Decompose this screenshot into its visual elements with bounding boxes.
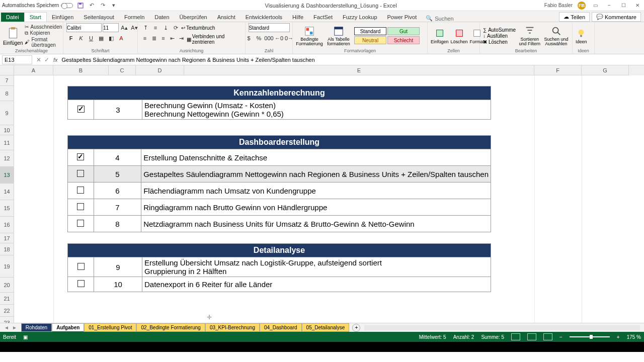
fill-button[interactable]: ↓Ausfüllen [483,33,516,39]
row-header[interactable]: 23 [0,317,14,323]
dec-dec-icon[interactable]: 0→ [285,34,294,43]
checkbox[interactable] [77,220,84,227]
font-color-button[interactable]: A [117,34,126,43]
sheet-tab-03[interactable]: 03_KPI-Berechnung [205,323,260,332]
comments-button[interactable]: 💬Kommentare [592,12,641,22]
tab-start[interactable]: Start [24,12,47,22]
task-text[interactable]: Gestapeltes Säulendiagramm Nettogewinn n… [141,166,491,183]
col-header-a[interactable]: A [14,65,53,75]
border-button[interactable]: ▦ [97,34,106,43]
checkbox[interactable] [77,263,85,270]
tab-fuzzy[interactable]: Fuzzy Lookup [338,13,382,22]
row-header[interactable]: 7 [0,75,14,86]
bold-button[interactable]: F [66,34,75,43]
tab-insert[interactable]: Einfügen [47,13,78,22]
tab-pagelayout[interactable]: Seitenlayout [78,13,119,22]
row-header[interactable]: 10 [0,125,14,135]
user-name[interactable]: Fabio Basler [544,3,573,8]
avatar[interactable]: FB [578,2,586,10]
row-header[interactable]: 13 [0,167,14,184]
col-header-d[interactable]: D [136,65,184,75]
view-page-break-icon[interactable] [543,333,552,340]
style-neutral[interactable]: Neutral [354,36,386,44]
comma-icon[interactable]: 000 [265,34,274,43]
row-header[interactable]: 9 [0,101,14,125]
select-all-corner[interactable] [0,65,14,75]
style-standard[interactable]: Standard [354,27,386,35]
row-header[interactable]: 17 [0,233,14,243]
sheet-nav-next-icon[interactable]: ► [12,325,17,330]
merge-button[interactable]: ▦Verbinden und zentrieren [187,34,242,45]
number-format-select[interactable] [249,23,290,32]
row-header[interactable]: 22 [0,305,14,317]
row-header[interactable]: 21 [0,293,14,305]
formula-bar[interactable]: Gestapeltes Säulendiagramm Nettogewinn n… [60,57,644,63]
dec-inc-icon[interactable]: ←0 [275,34,284,43]
task-text[interactable]: Flächendiagramm nach Umsatz von Kundengr… [141,183,491,199]
cond-format-button[interactable]: Bedingte Formatierung [296,26,323,46]
indent-dec-icon[interactable]: ⇤ [168,34,176,43]
clear-button[interactable]: ✖Löschen [483,39,516,45]
row-header[interactable]: 8 [0,86,14,101]
row-header[interactable]: 16 [0,217,14,233]
checkbox[interactable] [77,153,84,160]
share-button[interactable]: ☁Teilen [559,12,590,22]
redo-icon[interactable]: ↷ [99,2,106,9]
row-header[interactable]: 15 [0,200,14,217]
tab-view[interactable]: Ansicht [212,13,240,22]
tell-me-search[interactable]: 🔍 Suchen [426,15,453,22]
find-select-button[interactable]: Suchen und Auswählen [543,26,569,46]
cancel-formula-icon[interactable]: ✕ [36,56,41,63]
sheet-tab-02[interactable]: 02_Bedingte Formatierung [136,323,205,332]
tab-review[interactable]: Überprüfen [175,13,212,22]
task-text[interactable]: Erstellung Datenschnitte & Zeitachse [141,149,491,166]
sheet-tab-aufgaben[interactable]: Aufgaben [52,323,84,332]
wrap-text-button[interactable]: ↩Textumbruch [181,23,215,32]
task-num[interactable]: 6 [94,183,141,199]
autosave-toggle[interactable]: Automatisches Speichern [2,3,73,8]
insert-cells-button[interactable]: Einfügen [431,28,449,44]
autosum-button[interactable]: ∑AutoSumme [483,27,516,33]
task-num[interactable]: 4 [94,149,141,166]
sort-filter-button[interactable]: Sortieren und Filtern [518,26,541,46]
percent-icon[interactable]: % [255,34,264,43]
save-icon[interactable] [77,2,84,9]
sheet-tab-rohdaten[interactable]: Rohdaten [21,323,52,332]
row-header[interactable]: 14 [0,184,14,200]
italic-button[interactable]: K [76,34,86,43]
task-num[interactable]: 9 [94,257,142,277]
row-header[interactable]: 20 [0,278,14,293]
row-header[interactable]: 19 [0,255,14,278]
sheet-tab-04[interactable]: 04_Dashboard [260,323,302,332]
delete-cells-button[interactable]: Löschen [451,28,468,44]
zoom-out-button[interactable]: − [559,334,562,340]
col-header-g[interactable]: G [582,65,629,75]
tab-data[interactable]: Daten [149,13,174,22]
sheet-nav-prev-icon[interactable]: ◄ [4,325,9,330]
undo-icon[interactable]: ↶ [88,2,95,9]
align-right-icon[interactable]: ≡ [159,34,167,43]
copy-button[interactable]: ⧉Kopieren [25,30,62,36]
underline-button[interactable]: U [87,34,96,43]
col-header-f[interactable]: F [534,65,582,75]
ideas-button[interactable]: Ideen [576,28,587,44]
checkbox[interactable] [77,106,85,113]
format-as-table-button[interactable]: Als Tabelle formatieren [325,26,352,46]
enter-formula-icon[interactable]: ✓ [44,56,49,63]
col-header-e[interactable]: E [184,65,534,75]
task-text[interactable]: Netzdiagramm nach Business Units für Ums… [141,216,491,232]
task-num[interactable]: 8 [94,216,141,232]
macro-record-icon[interactable]: ▣ [23,334,28,340]
spreadsheet-grid[interactable]: A B C D E F G 7 8 9 10 11 12 13 14 15 16… [0,65,644,323]
task-num[interactable]: 10 [94,277,142,292]
view-normal-icon[interactable] [511,333,520,340]
zoom-slider[interactable] [570,336,610,337]
tab-help[interactable]: Hilfe [287,13,308,22]
paste-button[interactable]: Einfügen [3,26,23,46]
tab-factset[interactable]: FactSet [308,13,338,22]
align-middle-icon[interactable]: ≡ [151,23,160,32]
sheet-tab-05[interactable]: 05_Detailanalyse [302,323,350,332]
checkbox[interactable] [77,203,84,210]
cut-button[interactable]: ✂Ausschneiden [25,24,62,30]
tab-developer[interactable]: Entwicklertools [240,13,287,22]
